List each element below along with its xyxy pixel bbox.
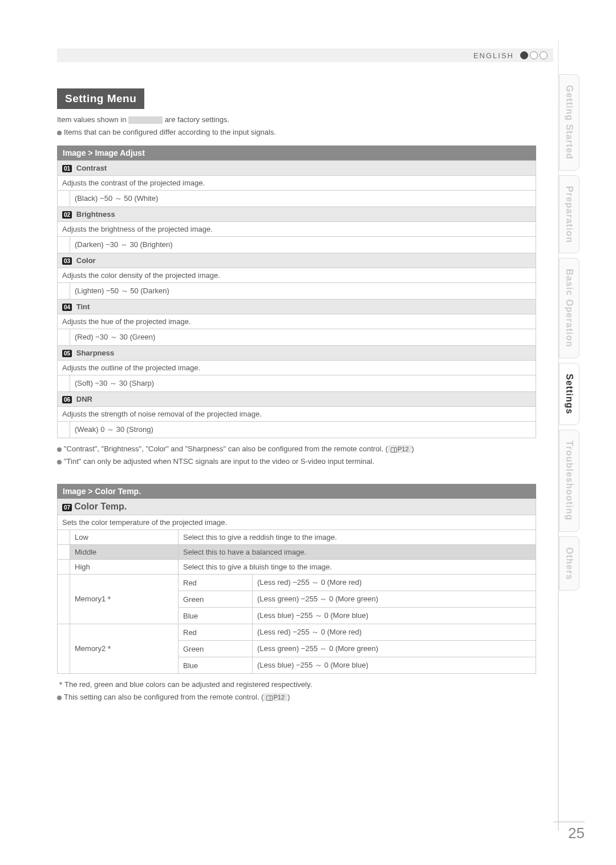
tab-settings[interactable]: Settings <box>559 363 579 425</box>
setting-item-header: 03 Color <box>58 253 536 268</box>
ct-option-label: High <box>70 560 179 575</box>
header-bar: ENGLISH <box>57 48 553 62</box>
memory-color: Blue <box>179 657 253 674</box>
bullet-icon <box>57 696 62 700</box>
tab-others[interactable]: Others <box>559 536 579 591</box>
memory-range: (Less blue) −255 ～ 0 (More blue) <box>253 608 536 624</box>
item-number-badge: 05 <box>62 350 72 357</box>
ct-option-label: Low <box>70 530 179 545</box>
language-label: ENGLISH <box>473 51 514 60</box>
color-temp-table: Sets the color temperature of the projec… <box>57 515 536 674</box>
ct-option-label: Middle <box>70 545 179 560</box>
setting-item-range: (Black) −50 ～ 50 (White) <box>70 191 536 207</box>
setting-item-range: (Lighten) −50 ～ 50 (Darken) <box>70 283 536 300</box>
tab-getting-started[interactable]: Getting Started <box>559 74 579 171</box>
intro-text-b: are factory settings. <box>163 115 229 124</box>
memory-color: Green <box>179 641 253 657</box>
item-number-badge: 07 <box>62 504 72 511</box>
page-ref: P12 <box>388 445 412 453</box>
memory-color: Green <box>179 591 253 608</box>
tab-preparation[interactable]: Preparation <box>559 175 579 254</box>
bullet-icon <box>57 460 62 464</box>
setting-item-range: (Soft) −30 ～ 30 (Sharp) <box>70 375 536 392</box>
factory-swatch <box>128 116 163 124</box>
memory-label: Memory1＊ <box>70 575 179 624</box>
section-heading-color-temp: Image > Color Temp. <box>57 484 536 499</box>
setting-item-range: (Darken) −30 ～ 30 (Brighten) <box>70 237 536 253</box>
memory-label: Memory2＊ <box>70 624 179 674</box>
setting-item-desc: Adjusts the color density of the project… <box>58 268 536 283</box>
memory-range: (Less red) −255 ～ 0 (More red) <box>253 624 536 641</box>
setting-item-header: 06 DNR <box>58 392 536 407</box>
tab-basic-operation[interactable]: Basic Operation <box>559 258 579 358</box>
footnote-1: ＊The red, green and blue colors can be a… <box>57 680 312 689</box>
setting-item-header: 01 Contrast <box>58 161 536 176</box>
book-icon <box>266 696 273 701</box>
item-number-badge: 06 <box>62 396 72 403</box>
intro-text-2: Items that can be configured differ acco… <box>64 128 276 136</box>
setting-item-header: 02 Brightness <box>58 207 536 222</box>
bullet-icon <box>57 131 62 135</box>
item-number-badge: 01 <box>62 165 72 172</box>
page-title: Setting Menu <box>57 88 144 109</box>
memory-range: (Less green) −255 ～ 0 (More green) <box>253 591 536 608</box>
color-temp-desc: Sets the color temperature of the projec… <box>58 515 536 530</box>
memory-range: (Less red) −255 ～ 0 (More red) <box>253 575 536 591</box>
ct-option-desc: Select this to give a bluish tinge to th… <box>179 560 536 575</box>
setting-item-header: 05 Sharpness <box>58 346 536 361</box>
item-number-badge: 02 <box>62 211 72 219</box>
setting-item-desc: Adjusts the outline of the projected ima… <box>58 361 536 375</box>
setting-item-range: (Weak) 0 ～ 30 (Strong) <box>70 422 536 438</box>
language-dots <box>518 51 548 59</box>
memory-color: Blue <box>179 608 253 624</box>
setting-item-desc: Adjusts the brightness of the projected … <box>58 222 536 237</box>
setting-item-desc: Adjusts the hue of the projected image. <box>58 314 536 329</box>
page-number: 25 <box>553 822 585 842</box>
footnote-2: This setting can also be configured from… <box>64 693 264 701</box>
intro-text-a: Item values shown in <box>57 115 128 124</box>
book-icon <box>391 447 397 452</box>
page-ref: P12 <box>264 693 287 701</box>
memory-color: Red <box>179 575 253 591</box>
memory-range: (Less green) −255 ～ 0 (More green) <box>253 641 536 657</box>
setting-item-desc: Adjusts the contrast of the projected im… <box>58 176 536 191</box>
setting-item-desc: Adjusts the strength of noise removal of… <box>58 407 536 422</box>
side-navigation: Getting Started Preparation Basic Operat… <box>559 74 593 595</box>
image-adjust-table: 01 ContrastAdjusts the contrast of the p… <box>57 160 536 438</box>
ct-option-desc: Select this to give a reddish tinge to t… <box>179 530 536 545</box>
bullet-icon <box>57 447 62 452</box>
note-2: "Tint" can only be adjusted when NTSC si… <box>64 457 374 466</box>
color-temp-header: 07Color Temp. <box>57 499 536 515</box>
ct-option-desc: Select this to have a balanced image. <box>179 545 536 560</box>
item-number-badge: 03 <box>62 257 72 265</box>
tab-troubleshooting[interactable]: Troubleshooting <box>559 430 579 531</box>
item-number-badge: 04 <box>62 304 72 311</box>
setting-item-range: (Red) −30 ～ 30 (Green) <box>70 329 536 346</box>
section-heading-image-adjust: Image > Image Adjust <box>57 145 536 160</box>
memory-color: Red <box>179 624 253 641</box>
memory-range: (Less blue) −255 ～ 0 (More blue) <box>253 657 536 674</box>
note-1: "Contrast", "Brightness", "Color" and "S… <box>64 444 388 453</box>
setting-item-header: 04 Tint <box>58 300 536 314</box>
